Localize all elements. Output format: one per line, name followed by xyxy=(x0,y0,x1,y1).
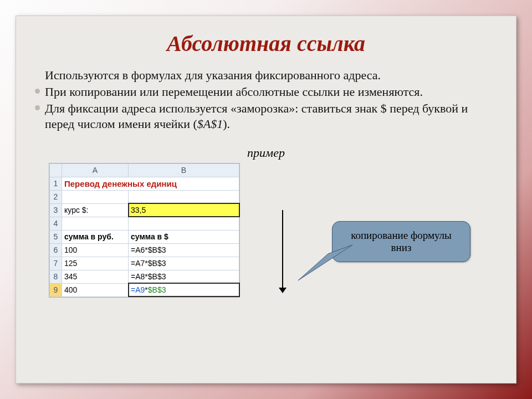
bullet-3-post: ). xyxy=(223,117,230,131)
callout-tail-icon xyxy=(293,241,354,284)
bullet-icon xyxy=(35,89,40,94)
row-header: 5 xyxy=(50,230,62,243)
col-header-b: B xyxy=(129,163,239,177)
down-arrow-icon xyxy=(279,210,287,293)
content-panel: Абсолютная ссылка Используются в формула… xyxy=(16,16,516,383)
merged-title: Перевод денежных единиц xyxy=(62,177,239,190)
row-header: 7 xyxy=(50,257,62,270)
cell-formula: =A8*$B$3 xyxy=(129,270,239,283)
spreadsheet-example: A B 1 Перевод денежных единиц 2 3 курс $… xyxy=(49,163,271,297)
cell xyxy=(62,190,129,203)
cell-formula-active: =A9*$B$3 xyxy=(129,283,239,296)
cell-value: 125 xyxy=(62,257,129,270)
body-text: Используются в формулах для указания фик… xyxy=(16,68,516,132)
row-header: 2 xyxy=(50,190,62,203)
cell xyxy=(129,217,239,230)
cell-value: 100 xyxy=(62,243,129,257)
bullet-1-text: Используются в формулах для указания фик… xyxy=(45,68,381,82)
bullet-2-text: При копировании или перемещении абсолютн… xyxy=(45,85,423,99)
callout-line2: вниз xyxy=(338,242,464,254)
example-label: пример xyxy=(16,146,516,160)
cell-rate-label: курс $: xyxy=(62,203,129,217)
cell-header-rub: сумма в руб. xyxy=(62,230,129,243)
cell-header-usd: сумма в $ xyxy=(129,230,239,243)
cell-value: 400 xyxy=(62,283,129,296)
row-header: 9 xyxy=(50,283,62,296)
row-header: 1 xyxy=(50,177,62,190)
callout-line1: копирование формулы xyxy=(338,229,464,242)
spreadsheet: A B 1 Перевод денежных единиц 2 3 курс $… xyxy=(49,163,239,297)
cell-value: 345 xyxy=(62,270,129,283)
cell xyxy=(129,190,239,203)
row-header: 6 xyxy=(50,243,62,257)
bullet-1: Используются в формулах для указания фик… xyxy=(45,68,487,83)
bullet-icon xyxy=(35,105,40,110)
cell-formula: =A7*$B$3 xyxy=(129,257,239,270)
bullet-3-pre: Для фиксации адреса используется «заморо… xyxy=(45,101,468,131)
row-header: 3 xyxy=(50,203,62,217)
callout-bubble: копирование формулы вниз xyxy=(332,221,470,262)
slide: Абсолютная ссылка Используются в формула… xyxy=(0,0,532,399)
bullet-3: Для фиксации адреса используется «заморо… xyxy=(45,101,487,132)
slide-title: Абсолютная ссылка xyxy=(16,30,516,57)
cell-formula: =A6*$B$3 xyxy=(129,243,239,257)
bullet-2: При копировании или перемещении абсолютн… xyxy=(45,84,487,100)
cell xyxy=(62,217,129,230)
col-header-a: A xyxy=(62,163,129,177)
corner-cell xyxy=(50,163,62,177)
row-header: 4 xyxy=(50,217,62,230)
row-header: 8 xyxy=(50,270,62,283)
cell-rate-value: 33,5 xyxy=(129,203,239,217)
bullet-3-ref: $A$1 xyxy=(197,117,223,131)
